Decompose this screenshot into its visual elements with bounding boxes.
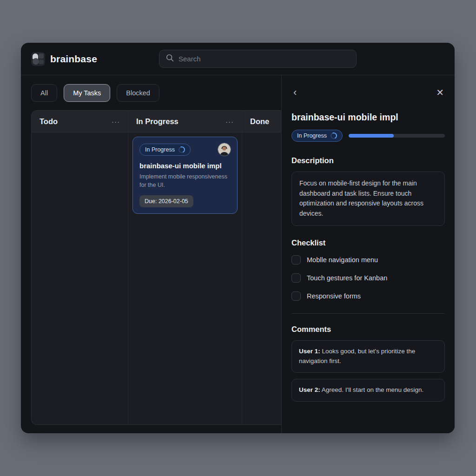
column-menu-icon[interactable]: ··· [112,118,120,126]
comment-text: Agreed. I'll start on the menu design. [320,386,423,393]
checklist-item-label: Moblle navigation menu [307,256,378,264]
assignee-avatar [218,143,231,156]
status-badge: In Progress [291,130,343,142]
column-title: Todo [40,117,58,126]
search-input[interactable] [178,55,350,63]
column-in-progress-body: In Progress [128,132,242,424]
back-icon[interactable]: ‹ [291,87,298,98]
filter-my-tasks[interactable]: My Tasks [64,84,110,102]
comment-item: User 2: Agreed. I'll start on the menu d… [291,379,445,402]
due-date-badge: Due: 2026-02-05 [139,195,193,207]
column-title: In Progress [136,117,178,126]
checkbox-unchecked[interactable] [291,255,301,264]
checkbox-unchecked[interactable] [291,273,301,283]
column-done: Done [242,111,281,424]
filter-bar: All My Tasks Blocked [21,75,281,110]
card-description: Implement mobile responsiveness for the … [139,172,230,189]
status-badge-label: In Progress [297,132,327,139]
card-title: brainbase-ui mobile impl [139,162,231,170]
checklist-item-label: Touch gestures for Kanban [307,274,387,282]
column-todo: Todo ··· [32,111,128,424]
app-logo: brainbase [31,52,97,66]
comment-item: User 1: Looks good, but let's prioritize… [291,340,445,373]
description-box: Focus on mobile-first design for the mai… [291,172,445,226]
board-section: All My Tasks Blocked Todo ··· In Progres… [21,75,281,433]
column-done-body [242,132,281,424]
filter-blocked[interactable]: Blocked [117,84,159,102]
checklist-item[interactable]: Moblle navigation menu [291,255,445,264]
status-badge-label: In Progress [145,146,175,153]
panel-title: brainbase-ui mobile impl [291,112,445,123]
spinner-icon [178,145,186,154]
checklist-heading: Checklist [291,238,445,247]
checklist-item[interactable]: Responsive forms [291,291,445,301]
checklist-item[interactable]: Touch gestures for Kanban [291,273,445,283]
column-in-progress-header: In Progress ··· [128,111,242,132]
app-name: brainbase [50,53,97,65]
column-todo-body [32,132,128,424]
progress-bar [349,134,445,138]
column-in-progress: In Progress ··· In Progress [128,111,242,424]
checklist-item-label: Responsive forms [307,292,361,300]
search-bar[interactable] [159,50,357,68]
kanban-board: Todo ··· In Progress ··· [31,110,281,425]
checklist: Moblle navigation menu Touch gestures fo… [291,255,445,301]
status-badge: In Progress [139,144,191,156]
task-card[interactable]: In Progress [132,137,238,214]
column-todo-header: Todo ··· [32,111,128,132]
column-menu-icon[interactable]: ··· [225,118,234,126]
close-icon[interactable]: ✕ [435,88,445,97]
search-icon [166,54,174,64]
section-divider [291,313,445,314]
comment-author: User 1: [299,348,320,355]
comments-heading: Comments [291,325,445,334]
column-done-header: Done [242,111,281,132]
checkbox-unchecked[interactable] [291,291,301,301]
description-heading: Description [291,156,445,165]
comment-author: User 2: [299,386,320,393]
app-header: brainbase [21,43,455,75]
app-window: brainbase All My Tasks Blocked [21,43,455,433]
task-detail-panel: ‹ ✕ brainbase-ui mobile impl In Progress… [281,75,455,433]
spinner-icon [330,132,338,140]
progress-fill [349,134,394,138]
filter-all[interactable]: All [31,84,57,102]
brainbase-logo-icon [31,52,45,66]
column-title: Done [250,117,269,126]
